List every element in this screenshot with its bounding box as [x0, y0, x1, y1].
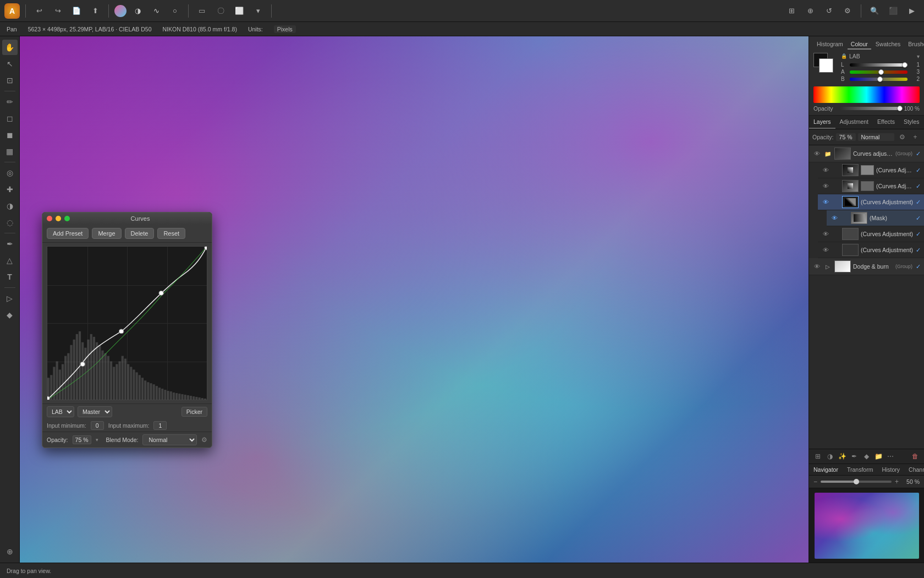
layer-row-curves-5[interactable]: 👁 (Curves Adjustment) ✓ — [818, 242, 924, 258]
b-thumb[interactable] — [877, 77, 883, 82]
layer-row-curves-1[interactable]: 👁 (Curves Adjustm ✓ — [818, 162, 924, 178]
tab-effects[interactable]: Effects — [873, 116, 899, 129]
layer-row-curves-3[interactable]: 👁 (Curves Adjustment) ✓ — [818, 194, 924, 210]
fill-tool-btn[interactable]: ◼ — [2, 127, 18, 143]
pan-tool-btn[interactable]: ✋ — [2, 40, 18, 55]
white-balance-btn[interactable]: ○ — [167, 3, 183, 19]
layer-vis-curves-4[interactable]: 👁 — [821, 230, 830, 238]
maximize-btn[interactable] — [64, 216, 70, 221]
tab-channels[interactable]: Channels — [904, 464, 924, 475]
blur-tool-btn[interactable]: ◌ — [2, 215, 18, 230]
layer-vis-curves-1[interactable]: 👁 — [821, 166, 830, 175]
crop-tool-btn[interactable]: ⊡ — [2, 73, 18, 88]
layer-vis-curves-5[interactable]: 👁 — [821, 246, 830, 254]
layer-row-mask[interactable]: 👁 (Mask) ✓ — [827, 210, 924, 226]
layer-check-5[interactable]: ✓ — [916, 247, 921, 254]
persona-photo-btn[interactable]: ▶ — [904, 3, 920, 19]
layer-check-curves-group[interactable]: ✓ — [916, 150, 921, 157]
layer-group-dodge[interactable]: 👁 ▷ Dodge & burn (Group) ✓ — [809, 258, 924, 275]
opacity-dropdown-arrow[interactable]: ▾ — [96, 437, 98, 443]
tab-history[interactable]: History — [877, 464, 904, 475]
layers-adjust-btn[interactable]: ◑ — [824, 451, 835, 462]
pen-tool-btn[interactable]: ✒ — [2, 236, 18, 252]
layer-group-curves[interactable]: 👁 📁 Curves adjustments (Group) ✓ — [809, 145, 924, 162]
clone-tool-btn[interactable]: ◎ — [2, 165, 18, 181]
tab-colour[interactable]: Colour — [848, 40, 871, 50]
layers-fx-btn[interactable]: ✨ — [837, 451, 848, 462]
layers-delete-btn[interactable]: 🗑 — [910, 451, 921, 462]
units-select[interactable]: Pixels — [274, 25, 296, 33]
shape-tool-btn[interactable]: △ — [2, 253, 18, 268]
b-slider[interactable] — [850, 78, 908, 81]
blend-mode-select[interactable]: Normal — [142, 434, 197, 445]
layers-mask-btn[interactable]: ✒ — [849, 451, 860, 462]
history-btn[interactable]: ↺ — [821, 3, 837, 19]
layer-row-curves-2[interactable]: 👁 (Curves Adjustm ✓ — [818, 178, 924, 194]
tab-layers[interactable]: Layers — [809, 116, 835, 129]
layers-more-btn[interactable]: ⋯ — [885, 451, 896, 462]
zoom-in-icon[interactable]: + — [895, 478, 899, 486]
curves-picker-btn[interactable]: Picker — [182, 407, 207, 417]
document-btn[interactable]: 📄 — [69, 3, 84, 19]
layer-vis-mask[interactable]: 👁 — [830, 214, 839, 222]
layer-check-mask[interactable]: ✓ — [916, 215, 921, 222]
color-wheel-btn[interactable] — [114, 5, 127, 17]
tab-transform[interactable]: Transform — [843, 464, 877, 475]
layer-row-curves-4[interactable]: 👁 (Curves Adjustment) ✓ — [818, 226, 924, 242]
layers-node-btn[interactable]: ◆ — [861, 451, 872, 462]
select-tool-btn[interactable]: ▷ — [2, 291, 18, 306]
more-tools-btn[interactable]: ▾ — [250, 3, 266, 19]
curves-btn[interactable]: ∿ — [148, 3, 164, 19]
text-tool-btn[interactable]: T — [2, 269, 18, 285]
layers-add-btn[interactable]: + — [910, 132, 921, 143]
minimize-btn[interactable] — [56, 216, 61, 221]
marquee-btn[interactable]: ▭ — [194, 3, 210, 19]
layers-opacity-val[interactable]: 75 % — [836, 133, 856, 141]
redo-btn[interactable]: ↪ — [50, 3, 65, 19]
zoom-out-icon[interactable]: − — [813, 478, 817, 486]
search-btn[interactable]: 🔍 — [867, 3, 882, 19]
opacity-slider[interactable] — [840, 107, 901, 110]
l-slider[interactable] — [850, 63, 908, 67]
tab-navigator[interactable]: Navigator — [809, 464, 843, 475]
background-swatch[interactable] — [819, 58, 833, 73]
snapping-btn[interactable]: ⊕ — [802, 3, 818, 19]
layer-check-1[interactable]: ✓ — [916, 167, 921, 174]
add-preset-btn[interactable]: Add Preset — [47, 228, 89, 239]
curves-gear-icon[interactable]: ⚙ — [201, 436, 207, 444]
input-max-val[interactable]: 1 — [153, 421, 167, 430]
settings-btn[interactable]: ⚙ — [840, 3, 855, 19]
tab-swatches[interactable]: Swatches — [872, 40, 904, 50]
transform-btn[interactable]: ⬜ — [232, 3, 247, 19]
undo-btn[interactable]: ↩ — [31, 3, 47, 19]
share-btn[interactable]: ⬆ — [87, 3, 103, 19]
layers-folder-btn[interactable]: 📁 — [873, 451, 884, 462]
zoom-thumb[interactable] — [854, 479, 859, 484]
dodge-tool-btn[interactable]: ◑ — [2, 198, 18, 214]
brush-tool-btn[interactable]: ✏ — [2, 94, 18, 110]
eraser-tool-btn[interactable]: ◻ — [2, 111, 18, 126]
node-tool-btn[interactable]: ◆ — [2, 307, 18, 323]
layer-check-dodge-group[interactable]: ✓ — [916, 263, 921, 270]
zoom-tool-btn[interactable]: ⊕ — [2, 544, 18, 559]
tab-brushes[interactable]: Brushes — [905, 40, 924, 50]
curves-channel-select[interactable]: Master — [78, 406, 112, 417]
persona-raw-btn[interactable]: ⬛ — [886, 3, 901, 19]
layers-blend-mode[interactable]: Normal — [858, 133, 894, 141]
a-thumb[interactable] — [878, 69, 884, 75]
layer-vis-curves-group[interactable]: 👁 — [812, 149, 821, 158]
layer-check-3[interactable]: ✓ — [916, 199, 921, 206]
layer-vis-curves-3[interactable]: 👁 — [821, 198, 830, 206]
l-thumb[interactable] — [902, 62, 908, 68]
close-btn[interactable] — [47, 216, 52, 221]
layers-settings-btn[interactable]: ⚙ — [897, 132, 908, 143]
input-min-val[interactable]: 0 — [91, 421, 104, 430]
a-slider[interactable] — [850, 70, 908, 74]
curves-opacity-val[interactable]: 75 % — [73, 435, 91, 444]
curves-graph[interactable] — [47, 246, 207, 400]
reset-btn[interactable]: Reset — [157, 228, 185, 239]
curves-colorspace-select[interactable]: LAB — [47, 406, 74, 417]
grid-btn[interactable]: ⊞ — [784, 3, 799, 19]
layers-group-btn[interactable]: ⊞ — [812, 451, 823, 462]
gradient-tool-btn[interactable]: ▦ — [2, 144, 18, 159]
